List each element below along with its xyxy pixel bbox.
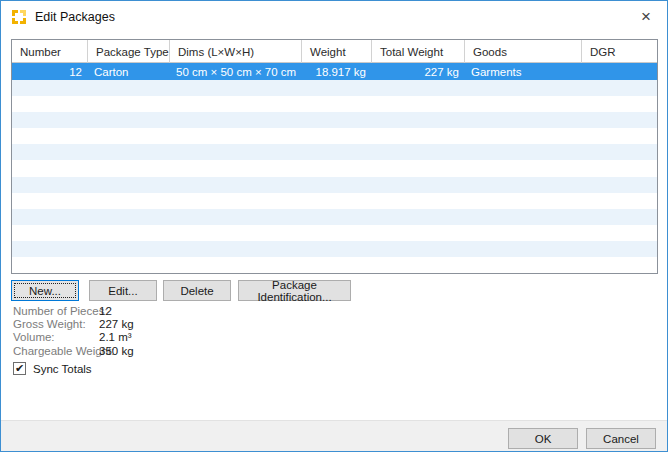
table-row-selected[interactable]: 12 Carton 50 cm × 50 cm × 70 cm 18.917 k… xyxy=(12,63,657,80)
table-row-empty[interactable] xyxy=(12,241,657,257)
pieces-label: Number of Pieces: xyxy=(13,305,99,317)
column-header-package-type[interactable]: Package Type xyxy=(88,40,170,63)
page-title: Edit Packages xyxy=(35,10,115,24)
cancel-button[interactable]: Cancel xyxy=(586,428,656,449)
cell-number: 12 xyxy=(12,66,88,78)
edit-button[interactable]: Edit... xyxy=(89,280,157,301)
summary-row-pieces: Number of Pieces: 12 xyxy=(13,304,134,317)
table-row-empty[interactable] xyxy=(12,257,657,273)
app-logo-icon xyxy=(11,9,27,25)
column-header-dims[interactable]: Dims (L×W×H) xyxy=(170,40,302,63)
packages-table: Number Package Type Dims (L×W×H) Weight … xyxy=(11,39,658,274)
column-header-total-weight[interactable]: Total Weight xyxy=(372,40,465,63)
cell-package-type: Carton xyxy=(88,66,170,78)
cell-dims: 50 cm × 50 cm × 70 cm xyxy=(170,66,302,78)
new-button[interactable]: New... xyxy=(11,280,79,301)
chargeable-weight-value: 350 kg xyxy=(99,345,134,357)
sync-totals-label: Sync Totals xyxy=(33,363,92,375)
table-header-row: Number Package Type Dims (L×W×H) Weight … xyxy=(12,40,657,63)
column-header-number[interactable]: Number xyxy=(12,40,88,63)
table-row-empty[interactable] xyxy=(12,209,657,225)
packages-table-body: 12 Carton 50 cm × 50 cm × 70 cm 18.917 k… xyxy=(12,63,657,273)
totals-summary: Number of Pieces: 12 Gross Weight: 227 k… xyxy=(13,304,134,358)
chargeable-weight-label: Chargeable Weight: xyxy=(13,345,99,357)
column-header-weight[interactable]: Weight xyxy=(302,40,372,63)
gross-weight-value: 227 kg xyxy=(99,318,134,330)
titlebar: Edit Packages × xyxy=(1,1,667,33)
table-row-empty[interactable] xyxy=(12,160,657,176)
pieces-value: 12 xyxy=(99,305,112,317)
sync-totals-control[interactable]: ✔ Sync Totals xyxy=(13,362,92,375)
cell-goods: Garments xyxy=(465,66,582,78)
ok-button[interactable]: OK xyxy=(508,428,578,449)
table-row-empty[interactable] xyxy=(12,80,657,96)
sync-totals-checkbox[interactable]: ✔ xyxy=(13,362,26,375)
package-identification-button[interactable]: Package Identification... xyxy=(238,280,351,301)
volume-value: 2.1 m³ xyxy=(99,331,132,343)
column-header-goods[interactable]: Goods xyxy=(465,40,582,63)
delete-button[interactable]: Delete xyxy=(163,280,231,301)
summary-row-chargeable-weight: Chargeable Weight: 350 kg xyxy=(13,344,134,357)
table-row-empty[interactable] xyxy=(12,177,657,193)
edit-packages-dialog: Edit Packages × Number Package Type Dims… xyxy=(0,0,668,452)
table-row-empty[interactable] xyxy=(12,144,657,160)
summary-row-gross-weight: Gross Weight: 227 kg xyxy=(13,317,134,330)
close-icon[interactable]: × xyxy=(625,1,667,32)
table-row-empty[interactable] xyxy=(12,96,657,112)
cell-total-weight: 227 kg xyxy=(372,66,465,78)
column-header-dgr[interactable]: DGR xyxy=(582,40,657,63)
cell-weight: 18.917 kg xyxy=(302,66,372,78)
table-row-empty[interactable] xyxy=(12,193,657,209)
table-row-empty[interactable] xyxy=(12,128,657,144)
table-row-empty[interactable] xyxy=(12,225,657,241)
summary-row-volume: Volume: 2.1 m³ xyxy=(13,331,134,344)
gross-weight-label: Gross Weight: xyxy=(13,318,99,330)
dialog-footer: OK Cancel xyxy=(1,420,667,452)
table-row-empty[interactable] xyxy=(12,112,657,128)
volume-label: Volume: xyxy=(13,331,99,343)
action-button-row: New... Edit... Delete Package Identifica… xyxy=(11,280,351,301)
